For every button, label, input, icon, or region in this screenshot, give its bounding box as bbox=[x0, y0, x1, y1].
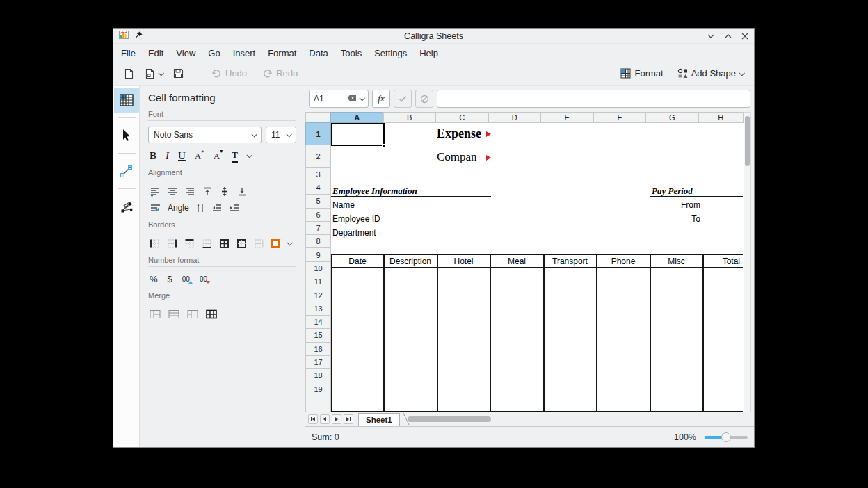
border-left-button[interactable] bbox=[150, 238, 160, 249]
zoom-slider[interactable] bbox=[705, 436, 748, 439]
row-header-11[interactable]: 11 bbox=[305, 275, 331, 288]
row-header-17[interactable]: 17 bbox=[305, 355, 331, 369]
selection-fill-handle[interactable] bbox=[382, 144, 386, 148]
row-header-3[interactable]: 3 bbox=[305, 167, 331, 181]
border-right-button[interactable] bbox=[167, 238, 177, 249]
border-chevron-icon[interactable] bbox=[287, 240, 292, 245]
column-header-e[interactable]: E bbox=[540, 112, 594, 123]
row-header-19[interactable]: 19 bbox=[305, 382, 331, 396]
cell-employee-id-label[interactable]: Employee ID bbox=[332, 214, 380, 224]
column-header-b[interactable]: B bbox=[383, 112, 437, 123]
align-top-button[interactable] bbox=[202, 186, 213, 197]
sheet-tab-sheet1[interactable]: Sheet1 bbox=[358, 413, 400, 426]
border-color-swatch[interactable] bbox=[271, 239, 280, 248]
maximize-icon[interactable] bbox=[724, 33, 732, 39]
column-header-d[interactable]: D bbox=[488, 112, 542, 123]
formula-input[interactable] bbox=[437, 90, 750, 108]
row-header-4[interactable]: 4 bbox=[305, 181, 331, 195]
cell-header-transport[interactable]: Transport bbox=[545, 256, 595, 267]
vertical-text-button[interactable] bbox=[195, 203, 205, 213]
cell-header-total[interactable]: Total bbox=[704, 256, 740, 267]
clear-reference-icon[interactable] bbox=[347, 94, 357, 104]
column-header-h[interactable]: H bbox=[698, 112, 744, 123]
row-header-20-partial[interactable] bbox=[305, 396, 331, 413]
undo-button[interactable]: Undo bbox=[209, 66, 249, 81]
font-color-button[interactable]: T bbox=[232, 149, 238, 163]
last-sheet-button[interactable] bbox=[344, 414, 353, 424]
italic-button[interactable]: I bbox=[166, 150, 169, 161]
border-bottom-button[interactable] bbox=[202, 238, 212, 249]
cell-selection[interactable] bbox=[331, 123, 385, 146]
row-header-14[interactable]: 14 bbox=[305, 315, 331, 329]
select-all-corner[interactable] bbox=[305, 112, 331, 123]
font-size-select[interactable]: 11 bbox=[266, 127, 296, 143]
row-header-15[interactable]: 15 bbox=[305, 328, 331, 342]
row-header-2[interactable]: 2 bbox=[305, 145, 331, 168]
cancel-formula-button[interactable] bbox=[415, 90, 433, 108]
currency-format-button[interactable]: $ bbox=[168, 274, 172, 284]
font-color-chevron-icon[interactable] bbox=[246, 152, 252, 158]
border-top-button[interactable] bbox=[184, 238, 195, 249]
border-all-button[interactable] bbox=[219, 238, 230, 249]
open-dropdown-chevron-icon[interactable] bbox=[158, 70, 163, 76]
cell-from-label[interactable]: From bbox=[650, 200, 700, 210]
apply-formula-button[interactable] bbox=[394, 90, 412, 108]
add-shape-button[interactable]: Add Shape bbox=[675, 66, 746, 81]
menu-item-help[interactable]: Help bbox=[419, 48, 438, 58]
cell-header-phone[interactable]: Phone bbox=[597, 256, 649, 267]
menu-item-go[interactable]: Go bbox=[208, 48, 220, 58]
zoom-slider-handle[interactable] bbox=[721, 432, 731, 442]
align-left-button[interactable] bbox=[150, 186, 161, 197]
row-header-8[interactable]: 8 bbox=[305, 234, 331, 248]
cell-employee-information[interactable]: Employee Information bbox=[332, 186, 417, 197]
menu-item-settings[interactable]: Settings bbox=[374, 48, 407, 58]
percent-format-button[interactable]: % bbox=[150, 274, 158, 284]
cell-to-label[interactable]: To bbox=[650, 214, 700, 224]
minimize-icon[interactable] bbox=[707, 33, 715, 39]
tool-connector[interactable] bbox=[114, 158, 139, 184]
row-header-16[interactable]: 16 bbox=[305, 342, 331, 356]
title-bar[interactable]: Calligra Sheets bbox=[113, 29, 754, 44]
grow-font-button[interactable]: A+ bbox=[195, 149, 204, 162]
previous-sheet-button[interactable] bbox=[320, 414, 330, 424]
row-header-13[interactable]: 13 bbox=[305, 302, 331, 316]
row-header-6[interactable]: 6 bbox=[305, 208, 331, 222]
cell-pay-period[interactable]: Pay Period bbox=[652, 186, 693, 197]
function-button[interactable]: fx bbox=[372, 90, 390, 108]
row-header-1[interactable]: 1 bbox=[305, 122, 331, 145]
cell-department-label[interactable]: Department bbox=[332, 228, 376, 238]
cell-header-hotel[interactable]: Hotel bbox=[438, 256, 489, 267]
row-header-18[interactable]: 18 bbox=[305, 368, 331, 382]
cell-header-description[interactable]: Description bbox=[385, 256, 436, 267]
underline-button[interactable]: U bbox=[178, 150, 186, 161]
column-header-f[interactable]: F bbox=[593, 112, 647, 123]
cell-header-meal[interactable]: Meal bbox=[491, 256, 542, 267]
cell-header-misc[interactable]: Misc bbox=[651, 256, 702, 267]
tool-path-editing[interactable] bbox=[114, 194, 139, 219]
dissociate-cells-button[interactable] bbox=[206, 309, 217, 319]
cell-company-subtitle[interactable]: Compan bbox=[437, 150, 485, 166]
column-header-a[interactable]: A bbox=[330, 112, 384, 123]
border-outline-button[interactable] bbox=[236, 238, 247, 249]
horizontal-scrollbar-thumb[interactable] bbox=[408, 416, 491, 422]
column-header-c[interactable]: C bbox=[435, 112, 489, 123]
row-header-9[interactable]: 9 bbox=[305, 247, 331, 261]
align-right-button[interactable] bbox=[184, 186, 195, 197]
menu-item-data[interactable]: Data bbox=[309, 48, 328, 58]
save-button[interactable] bbox=[171, 66, 186, 81]
column-header-g[interactable]: G bbox=[645, 112, 699, 123]
row-header-10[interactable]: 10 bbox=[305, 261, 331, 275]
cell-name-label[interactable]: Name bbox=[332, 200, 355, 210]
cell-reference-chevron-icon[interactable] bbox=[359, 95, 364, 101]
cell-reference-box[interactable]: A1 bbox=[309, 90, 369, 108]
align-bottom-button[interactable] bbox=[236, 186, 248, 197]
next-sheet-button[interactable] bbox=[332, 414, 341, 424]
vertical-scrollbar[interactable] bbox=[744, 112, 751, 413]
menu-item-tools[interactable]: Tools bbox=[341, 48, 362, 58]
menu-item-insert[interactable]: Insert bbox=[233, 48, 256, 58]
border-none-button[interactable] bbox=[254, 238, 264, 249]
close-icon[interactable] bbox=[741, 33, 748, 40]
open-document-button[interactable] bbox=[143, 66, 165, 81]
menu-item-edit[interactable]: Edit bbox=[148, 48, 163, 58]
shrink-font-button[interactable]: A▾ bbox=[214, 149, 223, 162]
